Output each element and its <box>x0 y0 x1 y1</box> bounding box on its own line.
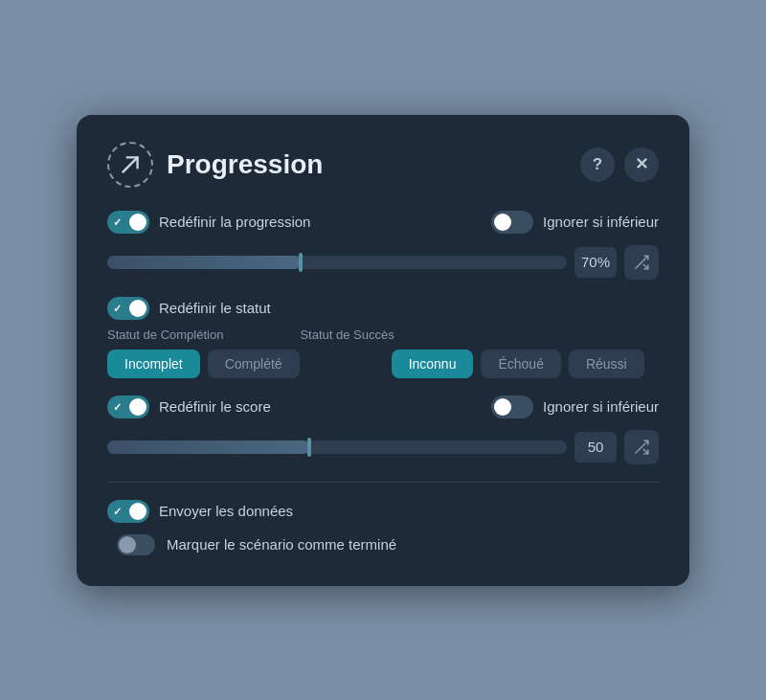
statut-completion-group-label: Statut de Complétion <box>107 327 223 342</box>
progression-shuffle-button[interactable] <box>624 245 659 280</box>
score-label: Redéfinir le score <box>159 398 271 415</box>
score-slider-fill <box>107 440 309 454</box>
statut-complete-btn[interactable]: Complété <box>208 350 300 378</box>
close-button[interactable]: ✕ <box>624 147 659 182</box>
statut-buttons-row: Incomplet Complété Inconnu Échoué Réussi <box>107 350 659 378</box>
statut-toggle[interactable] <box>107 297 149 320</box>
statut-echoue-btn[interactable]: Échoué <box>481 350 560 378</box>
progression-toggle[interactable] <box>107 211 149 234</box>
ignore-lower-label-score: Ignorer si inférieur <box>543 398 659 415</box>
statut-reussi-btn[interactable]: Réussi <box>569 350 644 378</box>
progression-row: Redéfinir la progression Ignorer si infé… <box>107 211 659 234</box>
statut-toggle-label: Redéfinir le statut <box>159 300 271 316</box>
score-right: Ignorer si inférieur <box>491 395 659 418</box>
send-data-toggle[interactable] <box>107 500 149 523</box>
score-slider-value: 50 <box>574 432 617 463</box>
score-toggle[interactable] <box>107 395 149 418</box>
score-row: Redéfinir le score Ignorer si inférieur <box>107 395 659 418</box>
dialog-title: Progression <box>167 149 580 180</box>
statut-inconnu-btn[interactable]: Inconnu <box>392 350 474 378</box>
scenario-label: Marquer le scénario comme terminé <box>167 536 396 553</box>
scenario-toggle[interactable] <box>117 534 155 555</box>
header-actions: ? ✕ <box>580 147 659 182</box>
score-slider-row: 50 <box>107 430 659 464</box>
progression-right: Ignorer si inférieur <box>491 211 659 234</box>
ignore-lower-toggle-score[interactable] <box>491 395 533 418</box>
progression-label: Redéfinir la progression <box>159 214 310 230</box>
progression-slider-fill <box>107 256 301 269</box>
dialog-header: Progression ? ✕ <box>107 142 659 188</box>
divider <box>107 482 659 483</box>
send-data-row: Envoyer les données <box>107 500 659 523</box>
ignore-lower-toggle-progression[interactable] <box>491 211 533 234</box>
dialog-icon <box>107 142 153 188</box>
score-slider-track[interactable] <box>107 440 567 454</box>
progression-slider-track[interactable] <box>107 256 567 269</box>
statut-labels: Statut de Complétion Statut de Succès <box>107 327 659 342</box>
ignore-lower-label-progression: Ignorer si inférieur <box>543 214 659 230</box>
statut-succes-group-label: Statut de Succès <box>300 327 394 342</box>
scenario-row: Marquer le scénario comme terminé <box>107 534 659 555</box>
statut-toggle-row: Redéfinir le statut <box>107 297 659 320</box>
statut-incomplet-btn[interactable]: Incomplet <box>107 350 200 378</box>
send-section: Envoyer les données Marquer le scénario … <box>107 500 659 555</box>
progression-slider-row: 70% <box>107 245 659 280</box>
progression-slider-value: 70% <box>574 247 617 278</box>
score-slider-thumb[interactable] <box>307 438 311 457</box>
svg-line-0 <box>123 157 137 171</box>
progression-dialog: Progression ? ✕ Redéfinir la progression… <box>77 115 689 586</box>
score-shuffle-button[interactable] <box>624 430 659 464</box>
send-data-label: Envoyer les données <box>159 503 293 519</box>
progression-slider-thumb[interactable] <box>299 253 303 272</box>
help-button[interactable]: ? <box>580 147 615 182</box>
